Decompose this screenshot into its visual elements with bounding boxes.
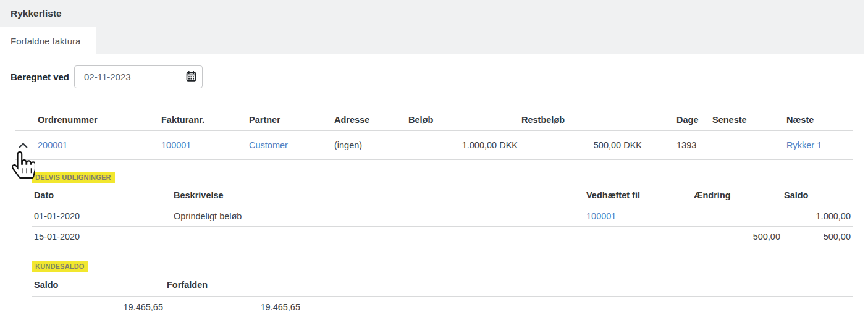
col-dage: Dage	[644, 111, 710, 131]
change-cell: 500,00	[692, 227, 782, 247]
customer-balance-label: KUNDESALDO	[32, 261, 88, 272]
attachment-link[interactable]: 100001	[586, 211, 616, 221]
col-ordrenummer: Ordrenummer	[36, 111, 159, 131]
window-title-bar: Rykkerliste	[0, 0, 868, 27]
chevron-up-icon	[19, 143, 28, 148]
latest-cell	[710, 131, 785, 160]
partial-settlements-label: DELVIS UDLIGNINGER	[32, 172, 115, 183]
col-naeste: Næste	[785, 111, 853, 131]
page-title: Rykkerliste	[11, 8, 62, 19]
settlement-row: 01-01-2020 Oprindeligt beløb 100001 1.00…	[32, 206, 853, 227]
collapse-row-toggle[interactable]	[17, 143, 28, 148]
col-beskrivelse: Beskrivelse	[172, 183, 584, 206]
invoice-number-link[interactable]: 100001	[161, 140, 191, 150]
overdue-invoices-table: Ordrenummer Fakturanr. Partner Adresse B…	[15, 111, 853, 160]
expand-column-header	[15, 111, 36, 131]
partial-settlements-table: Dato Beskrivelse Vedhæftet fil Ændring S…	[32, 183, 853, 247]
customer-balance-forfalden: 19.465,65	[165, 297, 302, 318]
description-cell: Oprindeligt beløb	[172, 206, 584, 227]
col-partner: Partner	[247, 111, 332, 131]
col-filler	[302, 272, 853, 297]
days-cell: 1393	[644, 131, 710, 160]
invoice-table-header-row: Ordrenummer Fakturanr. Partner Adresse B…	[15, 111, 853, 131]
col-kundesaldo-saldo: Saldo	[32, 272, 165, 297]
col-dato: Dato	[32, 183, 172, 206]
attachment-cell	[584, 227, 692, 247]
calculated-at-date-input[interactable]	[74, 65, 203, 88]
invoice-row: 200001 100001 Customer (ingen) 1.000,00 …	[15, 131, 853, 160]
calculated-at-label: Beregnet ved	[11, 72, 74, 82]
address-cell: (ingen)	[332, 131, 407, 160]
window-edge	[864, 0, 868, 333]
order-number-link[interactable]: 200001	[38, 140, 67, 150]
balance-cell: 500,00	[782, 227, 853, 247]
col-seneste: Seneste	[710, 111, 785, 131]
next-reminder-link[interactable]: Rykker 1	[786, 140, 822, 150]
col-belob: Beløb	[407, 111, 520, 131]
tab-bar: Forfaldne faktura	[0, 27, 868, 54]
col-restbelob: Restbeløb	[520, 111, 644, 131]
settlement-row: 15-01-2020 500,00 500,00	[32, 227, 853, 247]
remaining-amount-cell: 500,00 DKK	[520, 131, 644, 160]
reminder-list-page: Rykkerliste Forfaldne faktura Beregnet v…	[0, 0, 868, 333]
date-field-wrap	[74, 65, 203, 88]
col-vedhaeftet-fil: Vedhæftet fil	[584, 183, 692, 206]
settlements-header-row: Dato Beskrivelse Vedhæftet fil Ændring S…	[32, 183, 853, 206]
balance-row: 19.465,65 19.465,65	[32, 297, 853, 318]
col-adresse: Adresse	[332, 111, 407, 131]
customer-balance-saldo: 19.465,65	[32, 297, 165, 318]
col-aendring: Ændring	[692, 183, 782, 206]
description-cell	[172, 227, 584, 247]
date-cell: 01-01-2020	[32, 206, 172, 227]
date-cell: 15-01-2020	[32, 227, 172, 247]
customer-balance-table: Saldo Forfalden 19.465,65 19.465,65	[32, 272, 853, 318]
amount-cell: 1.000,00 DKK	[407, 131, 520, 160]
filler-cell	[302, 297, 853, 318]
filter-row: Beregnet ved	[11, 65, 868, 88]
balance-cell: 1.000,00	[782, 206, 853, 227]
calendar-icon[interactable]	[185, 71, 197, 83]
col-saldo: Saldo	[782, 183, 853, 206]
change-cell	[692, 206, 782, 227]
balance-header-row: Saldo Forfalden	[32, 272, 853, 297]
partner-link[interactable]: Customer	[249, 140, 288, 150]
tab-forfaldne-faktura[interactable]: Forfaldne faktura	[0, 27, 96, 54]
col-fakturanr: Fakturanr.	[159, 111, 247, 131]
col-kundesaldo-forfalden: Forfalden	[165, 272, 302, 297]
